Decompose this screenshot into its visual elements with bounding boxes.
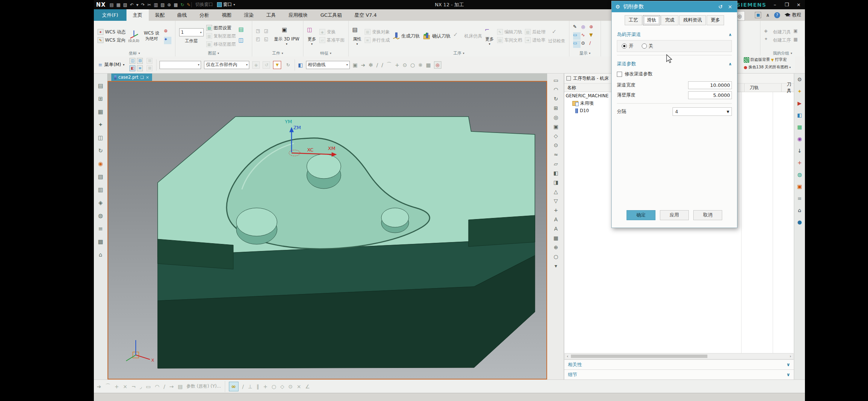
dialog-tab-stock-info[interactable]: 残料资讯 — [679, 15, 706, 25]
column-toolpath[interactable]: 刀轨 — [744, 84, 781, 92]
column-tool[interactable]: 刀具 — [781, 84, 794, 92]
add-tool-icon[interactable]: + — [798, 160, 802, 166]
snap-circle-icon[interactable]: ○ — [272, 384, 276, 389]
gouge-check-button[interactable]: ✓ 过切检查 — [548, 28, 565, 44]
selection-filter-combo[interactable]: ▾ — [160, 61, 201, 69]
arrow-next-icon[interactable]: ➔ — [361, 62, 365, 68]
menu-button[interactable]: ≡ 菜单(M) ▾ — [96, 61, 126, 69]
sheet-icon[interactable]: ▭ — [146, 384, 151, 389]
download-icon[interactable]: ↓ — [798, 148, 802, 154]
tool-display-icon[interactable]: ▼ — [589, 32, 597, 40]
copy-icon[interactable]: ▥ — [154, 2, 158, 7]
snap-perpendicular-icon[interactable]: ⊥ — [248, 384, 252, 389]
dialog-reset-icon[interactable]: ↺ — [717, 4, 724, 10]
island-channel-section-header[interactable]: 岛屿开渠道∧ — [617, 31, 732, 38]
scroll-left-icon[interactable]: ‹ — [565, 354, 570, 359]
target-icon[interactable]: ◉ — [797, 136, 802, 142]
triangle-up-icon[interactable]: △ — [554, 189, 558, 195]
create-tool-button[interactable]: ◈创建刀具 — [764, 29, 791, 36]
csys-button[interactable]: (0,0,0) — [128, 30, 139, 43]
wcs-toggle-icon[interactable]: ✦ — [164, 37, 171, 44]
touch-mode-icon[interactable]: ⌂ — [99, 251, 102, 258]
layer-visible-icon[interactable]: ◫ — [239, 37, 248, 46]
collapse-ribbon-icon[interactable]: ∧ — [766, 12, 770, 18]
part-tab[interactable]: case2.prt ❏ × — [111, 74, 152, 81]
edit-toolpath-button[interactable]: ✎编辑刀轨 — [497, 29, 522, 36]
create-operation-button[interactable]: ✦创建工序 — [764, 37, 791, 44]
show-2d-ipw-icon[interactable]: ▭ — [573, 32, 581, 40]
details-section[interactable]: 细节∨ — [564, 369, 794, 379]
point-icon[interactable]: + — [115, 384, 119, 389]
tab-tools[interactable]: 工具 — [260, 9, 282, 21]
close-tab-icon[interactable]: × — [146, 75, 149, 80]
curve-rule-combo[interactable]: 相切曲线▾ — [306, 61, 350, 69]
close-button[interactable]: × — [795, 2, 802, 7]
wcs-display-icon[interactable]: ⊕ — [554, 244, 558, 250]
line-b-icon[interactable]: ∕ — [381, 62, 383, 68]
box-tool-icon[interactable]: ▣ — [797, 183, 802, 189]
mygroup-extra1-icon[interactable]: ▣ — [793, 28, 801, 36]
radio-on[interactable]: 开 — [622, 43, 634, 49]
feature-more-button[interactable]: ◫ 更多 ▾ — [307, 26, 317, 46]
display-points-icon[interactable]: ⊕ — [589, 24, 597, 32]
clip-plane-icon[interactable]: ▱ — [554, 161, 558, 167]
minimize-button[interactable]: – — [772, 2, 778, 7]
group-label-layers[interactable]: 图层▾ — [177, 50, 250, 56]
dependencies-section[interactable]: 相关性∨ — [564, 359, 794, 369]
apply-button[interactable]: 应用 — [660, 210, 689, 220]
dialog-tab-slideway[interactable]: 滑轨 — [643, 15, 660, 25]
tab-gc-toolbox[interactable]: GC工具箱 — [314, 9, 348, 21]
grid-tool-icon[interactable]: ▦ — [797, 124, 802, 130]
face-select-icon[interactable]: ≡ — [137, 65, 143, 71]
section-view-icon[interactable]: ⊙ — [554, 142, 558, 148]
switch-window-button[interactable]: 切换窗口 — [195, 1, 213, 8]
antipiracy-background-button[interactable]: 防盗版背景 — [750, 57, 770, 62]
arc-corner-icon[interactable]: ◞ — [140, 384, 142, 389]
datum-plane-button[interactable]: ▱基准平面 — [319, 37, 345, 44]
operation-more-button[interactable]: ⌐ 更多 ▾ — [485, 26, 494, 46]
viewport[interactable]: YM ZM XC XM X — [108, 81, 547, 379]
group-label-operation[interactable]: 工序▾ — [350, 50, 568, 56]
settings-gear-icon[interactable]: ⚙ — [797, 76, 802, 82]
feedrate-button[interactable]: ➔进给率 — [525, 37, 546, 44]
wcs-dynamic-button[interactable]: ✦WCS 动态 — [98, 29, 126, 36]
tab-assembly[interactable]: 装配 — [149, 9, 171, 21]
save-as-icon[interactable]: ▦ — [116, 2, 120, 7]
vertex-select-icon[interactable]: ⊠ — [147, 65, 152, 71]
geometry-select-icon[interactable]: ◧ — [129, 65, 135, 71]
snap-line-icon[interactable]: / — [242, 384, 244, 389]
annotation-a-icon[interactable]: A — [554, 216, 558, 222]
generate-toolpath-button[interactable]: 生成刀轨 — [392, 33, 420, 40]
chevron-down-icon[interactable]: ▾ — [789, 66, 791, 69]
contact-point-icon[interactable]: ⊙ — [581, 40, 589, 48]
grid-snap-icon[interactable]: ▦ — [426, 62, 431, 68]
tool-library-icon[interactable]: ▥ — [98, 186, 103, 193]
doc-icon[interactable]: ▤ — [178, 384, 183, 389]
tutorial-button[interactable]: 教程 — [785, 12, 801, 18]
extend-icon[interactable]: → — [170, 384, 174, 389]
line-a-icon[interactable]: / — [376, 62, 378, 68]
zoom-arc-icon[interactable]: ◠ — [553, 87, 558, 92]
quarter-section-icon[interactable]: ◨ — [553, 179, 558, 185]
play-macro-icon[interactable]: ▶ — [798, 100, 802, 106]
half-section-icon[interactable]: ◧ — [553, 170, 558, 176]
snap-center-icon[interactable]: ⊙ — [288, 384, 293, 389]
ref-snap-icon[interactable]: ※ — [418, 62, 423, 68]
pin-icon[interactable] — [566, 76, 571, 81]
clock-icon[interactable]: ● — [797, 219, 802, 225]
snap-link-icon[interactable]: ∞ — [229, 382, 239, 391]
hide-part-icon[interactable]: ◲ — [264, 28, 272, 36]
snap-filter-icon[interactable]: ▼ — [273, 61, 281, 69]
arc-snap-icon[interactable]: ⌒ — [387, 62, 392, 68]
tab-render[interactable]: 渲染 — [238, 9, 260, 21]
cut-icon[interactable]: ✂ — [147, 2, 151, 7]
thin-wall-input[interactable] — [688, 91, 732, 99]
tab-home[interactable]: 主页 — [126, 9, 149, 21]
undo-icon[interactable]: ↶ — [130, 2, 134, 7]
rotate-view-icon[interactable]: ↻ — [554, 96, 558, 102]
previous-selection-icon[interactable]: ↺ — [263, 61, 270, 69]
triangle-down-icon[interactable]: ▽ — [554, 198, 558, 204]
undo-list-icon[interactable]: ▾ — [136, 2, 138, 7]
circle-ref-icon[interactable]: ○ — [553, 254, 558, 260]
palette-icon[interactable]: ✦ — [798, 88, 802, 94]
